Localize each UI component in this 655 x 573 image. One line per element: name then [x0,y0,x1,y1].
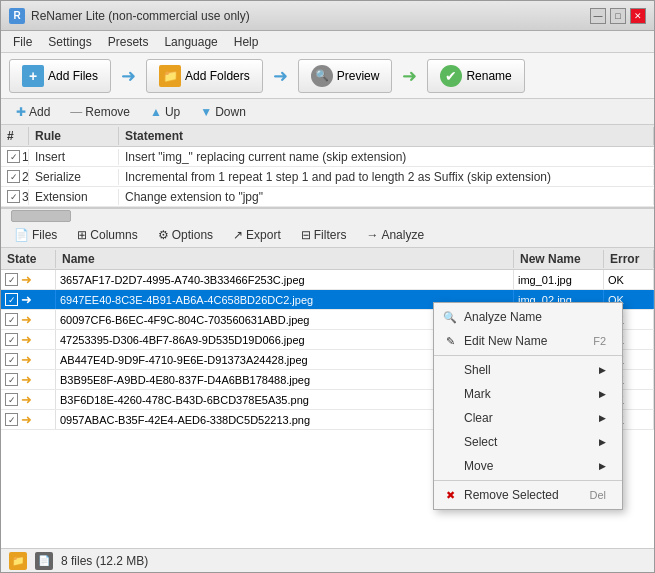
files-col-state: State [1,250,56,268]
tab-filters[interactable]: ⊟ Filters [292,224,356,246]
preview-icon: 🔍 [311,65,333,87]
ctx-shell[interactable]: Shell [434,358,622,382]
file-row[interactable]: ✓ ➜ 3657AF17-D2D7-4995-A740-3B33466F253C… [1,270,654,290]
rules-header: # Rule Statement [1,125,654,147]
add-files-button[interactable]: + Add Files [9,59,111,93]
file-checkbox[interactable]: ✓ [5,333,18,346]
ctx-clear[interactable]: Clear [434,406,622,430]
ctx-analyze-name[interactable]: 🔍 Analyze Name [434,305,622,329]
rule-statement: Change extension to "jpg" [119,189,654,205]
main-window: R ReNamer Lite (non-commercial use only)… [0,0,655,573]
rule-row[interactable]: ✓ 3 Extension Change extension to "jpg" [1,187,654,207]
files-col-newname: New Name [514,250,604,268]
rule-name: Extension [29,189,119,205]
file-checkbox[interactable]: ✓ [5,293,18,306]
rule-name: Serialize [29,169,119,185]
down-icon: ▼ [200,105,212,119]
add-folders-icon: 📁 [159,65,181,87]
file-arrow: ➜ [21,292,32,307]
ctx-remove-selected[interactable]: ✖ Remove Selected Del [434,483,622,507]
file-checkbox[interactable]: ✓ [5,393,18,406]
file-state-cell: ✓ ➜ [1,410,56,429]
ctx-select-label: Select [464,435,593,449]
up-rule-button[interactable]: ▲ Up [141,102,189,122]
ctx-edit-new-name[interactable]: ✎ Edit New Name F2 [434,329,622,353]
menu-settings[interactable]: Settings [40,33,99,51]
file-checkbox[interactable]: ✓ [5,313,18,326]
file-name-cell: 3657AF17-D2D7-4995-A740-3B33466F253C.jpe… [56,270,514,289]
tab-analyze[interactable]: → Analyze [357,224,433,246]
add-label: Add [29,105,50,119]
ctx-edit-shortcut: F2 [593,335,606,347]
preview-button[interactable]: 🔍 Preview [298,59,393,93]
tab-export[interactable]: ↗ Export [224,224,290,246]
up-icon: ▲ [150,105,162,119]
arrow-separator-2: ➜ [273,65,288,87]
rule-num: 3 [22,190,29,204]
tab-options[interactable]: ⚙ Options [149,224,222,246]
maximize-button[interactable]: □ [610,8,626,24]
close-button[interactable]: ✕ [630,8,646,24]
rule-row[interactable]: ✓ 2 Serialize Incremental from 1 repeat … [1,167,654,187]
rule-row[interactable]: ✓ 1 Insert Insert "img_" replacing curre… [1,147,654,167]
arrow-separator-3: ➜ [402,65,417,87]
rules-section: # Rule Statement ✓ 1 Insert Insert "img_… [1,125,654,208]
menu-help[interactable]: Help [226,33,267,51]
rename-button[interactable]: ✔ Rename [427,59,524,93]
ctx-remove-shortcut: Del [589,489,606,501]
analyze-tab-label: Analyze [381,228,424,242]
rule-checkbox[interactable]: ✓ [7,170,20,183]
remove-icon: — [70,105,82,119]
file-arrow: ➜ [21,372,32,387]
remove-selected-icon: ✖ [442,487,458,503]
minimize-button[interactable]: — [590,8,606,24]
menu-language[interactable]: Language [156,33,225,51]
file-checkbox[interactable]: ✓ [5,373,18,386]
export-tab-icon: ↗ [233,228,243,242]
app-icon: R [9,8,25,24]
status-files-icon: 📄 [35,552,53,570]
ctx-clear-label: Clear [464,411,593,425]
remove-rule-button[interactable]: — Remove [61,102,139,122]
select-icon [442,434,458,450]
ctx-move-label: Move [464,459,593,473]
down-rule-button[interactable]: ▼ Down [191,102,255,122]
mark-icon [442,386,458,402]
rule-checkbox[interactable]: ✓ [7,190,20,203]
file-state-cell: ✓ ➜ [1,290,56,309]
ctx-shell-label: Shell [464,363,593,377]
down-label: Down [215,105,246,119]
menu-presets[interactable]: Presets [100,33,157,51]
add-folders-button[interactable]: 📁 Add Folders [146,59,263,93]
action-bar: ✚ Add — Remove ▲ Up ▼ Down [1,99,654,125]
file-checkbox[interactable]: ✓ [5,273,18,286]
ctx-mark[interactable]: Mark [434,382,622,406]
file-checkbox[interactable]: ✓ [5,353,18,366]
rule-num: 2 [22,170,29,184]
hscrollbar-thumb[interactable] [11,210,71,222]
tab-files[interactable]: 📄 Files [5,224,66,246]
window-controls: — □ ✕ [590,8,646,24]
add-files-label: Add Files [48,69,98,83]
shell-icon [442,362,458,378]
ctx-move[interactable]: Move [434,454,622,478]
ctx-select[interactable]: Select [434,430,622,454]
file-arrow: ➜ [21,272,32,287]
ctx-analyze-label: Analyze Name [464,310,606,324]
columns-tab-label: Columns [90,228,137,242]
tabs-bar: 📄 Files ⊞ Columns ⚙ Options ↗ Export ⊟ F… [1,222,654,248]
file-arrow: ➜ [21,412,32,427]
file-state-cell: ✓ ➜ [1,390,56,409]
menu-file[interactable]: File [5,33,40,51]
tab-columns[interactable]: ⊞ Columns [68,224,146,246]
add-rule-button[interactable]: ✚ Add [7,102,59,122]
file-checkbox[interactable]: ✓ [5,413,18,426]
analyze-icon: 🔍 [442,309,458,325]
file-arrow: ➜ [21,352,32,367]
rule-checkbox[interactable]: ✓ [7,150,20,163]
rule-name: Insert [29,149,119,165]
export-tab-label: Export [246,228,281,242]
rules-hscrollbar[interactable] [1,208,654,222]
context-menu: 🔍 Analyze Name ✎ Edit New Name F2 Shell … [433,302,623,510]
file-arrow: ➜ [21,312,32,327]
